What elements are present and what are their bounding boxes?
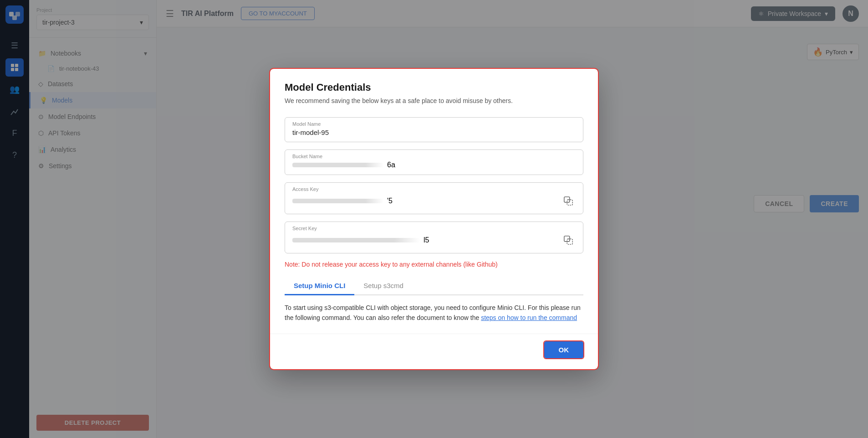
warning-note: Note: Do not release your access key to … — [285, 261, 583, 268]
access-key-row: '5 — [292, 194, 576, 208]
copy-access-key-button[interactable] — [561, 194, 576, 208]
tab-minio-cli[interactable]: Setup Minio CLI — [285, 277, 354, 295]
access-key-value: '5 — [292, 197, 393, 205]
bucket-name-suffix: 6a — [387, 161, 395, 169]
modal-body: Model Name tir-model-95 Bucket Name 6a A… — [270, 110, 598, 334]
modal-dialog: Model Credentials We recommend saving th… — [270, 69, 598, 370]
masked-value — [292, 163, 383, 167]
tab-content: To start using s3-compatible CLI with ob… — [285, 303, 583, 323]
masked-value — [292, 238, 420, 242]
tab-bar: Setup Minio CLI Setup s3cmd — [285, 277, 583, 295]
tab-s3cmd[interactable]: Setup s3cmd — [354, 277, 413, 295]
access-key-field: Access Key '5 — [285, 182, 583, 214]
masked-value — [292, 199, 383, 203]
tab-minio-label: Setup Minio CLI — [294, 282, 345, 289]
secret-key-row: l5 — [292, 233, 576, 247]
copy-secret-key-button[interactable] — [561, 233, 576, 247]
tab-s3cmd-label: Setup s3cmd — [363, 282, 403, 289]
bucket-name-label: Bucket Name — [292, 154, 576, 159]
secret-key-field: Secret Key l5 — [285, 222, 583, 253]
modal-title: Model Credentials — [285, 82, 583, 93]
secret-key-value: l5 — [292, 236, 429, 244]
steps-link[interactable]: steps on how to run the command — [481, 314, 577, 321]
model-name-label: Model Name — [292, 121, 576, 127]
model-name-field: Model Name tir-model-95 — [285, 117, 583, 142]
bucket-name-value: 6a — [292, 161, 576, 169]
ok-button[interactable]: OK — [544, 341, 584, 358]
access-key-suffix: '5 — [387, 197, 393, 205]
access-key-label: Access Key — [292, 186, 576, 192]
modal-subtitle: We recommend saving the below keys at a … — [285, 97, 583, 104]
steps-link-text: steps on how to run the command — [481, 314, 577, 321]
bucket-name-field: Bucket Name 6a — [285, 149, 583, 175]
modal-footer: OK — [270, 334, 598, 369]
model-name-value: tir-model-95 — [292, 129, 576, 136]
secret-key-suffix: l5 — [424, 236, 429, 244]
modal-overlay: Model Credentials We recommend saving th… — [0, 0, 868, 438]
modal-header: Model Credentials We recommend saving th… — [270, 69, 598, 110]
secret-key-label: Secret Key — [292, 226, 576, 231]
